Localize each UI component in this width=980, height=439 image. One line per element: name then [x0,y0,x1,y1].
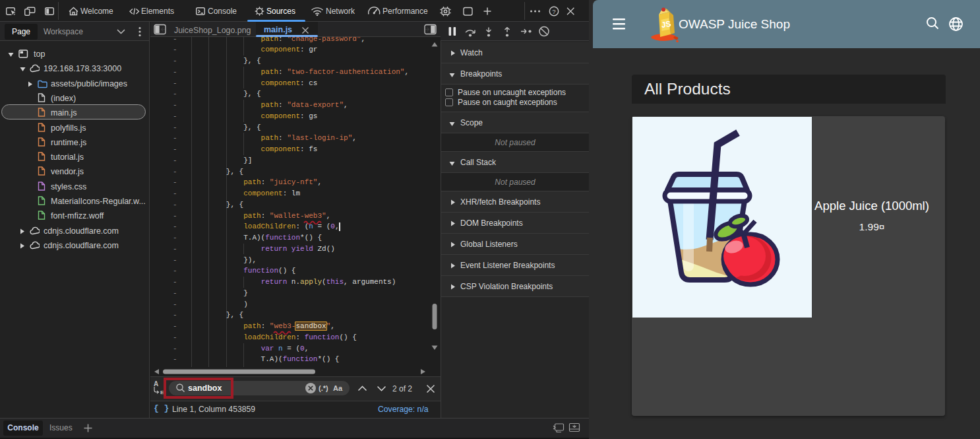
svg-text:?: ? [552,8,555,15]
svg-text:JS: JS [661,19,672,30]
